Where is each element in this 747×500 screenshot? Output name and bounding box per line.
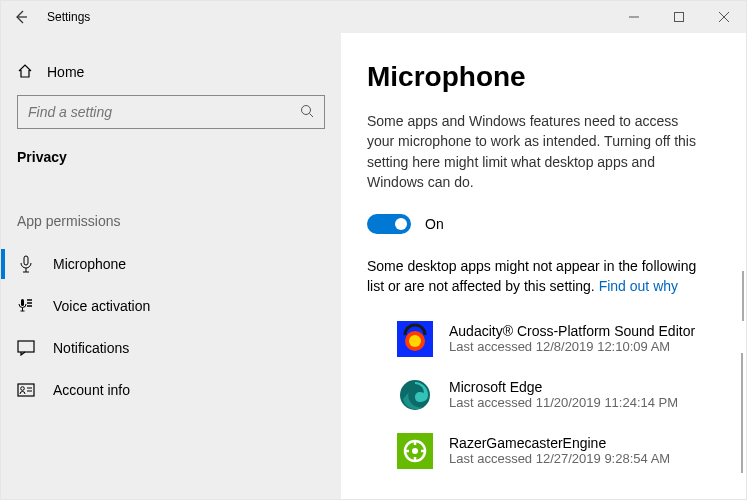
search-icon [300,104,314,121]
maximize-button[interactable] [656,1,701,33]
find-out-why-link[interactable]: Find out why [599,278,678,294]
titlebar: Settings [1,1,746,33]
account-info-icon [17,383,35,397]
app-last-accessed: Last accessed 12/8/2019 12:10:09 AM [449,339,695,354]
app-icon-audacity [397,321,433,357]
home-icon [17,63,33,82]
page-heading: Microphone [367,61,714,93]
svg-rect-9 [18,384,34,396]
svg-line-5 [310,113,314,117]
svg-point-19 [412,448,418,454]
app-icon-razer [397,433,433,469]
app-icon-edge [397,377,433,413]
toggle-knob [395,218,407,230]
home-nav[interactable]: Home [1,53,341,91]
scrollbar-indicator[interactable] [742,271,744,321]
svg-rect-7 [21,299,24,306]
app-row-audacity: Audacity® Cross-Platform Sound Editor La… [367,311,714,367]
desktop-apps-note: Some desktop apps might not appear in th… [367,256,714,297]
home-label: Home [47,64,84,80]
svg-rect-6 [24,256,28,265]
app-name: RazerGamecasterEngine [449,435,670,451]
back-button[interactable] [1,1,41,33]
back-arrow-icon [13,9,29,25]
app-last-accessed: Last accessed 12/27/2019 9:28:54 AM [449,451,670,466]
maximize-icon [674,12,684,22]
svg-point-15 [409,335,421,347]
microphone-toggle[interactable] [367,214,411,234]
scrollbar-indicator-main[interactable] [741,353,743,473]
main-content: Microphone Some apps and Windows feature… [341,33,746,499]
app-row-razer: RazerGamecasterEngine Last accessed 12/2… [367,423,714,479]
category-label: Privacy [1,133,341,169]
section-label: App permissions [1,169,341,243]
sidebar-item-label: Account info [53,382,130,398]
minimize-button[interactable] [611,1,656,33]
window-controls [611,1,746,33]
svg-rect-8 [18,341,34,352]
minimize-icon [629,12,639,22]
page-description: Some apps and Windows features need to a… [367,111,707,192]
search-box[interactable] [17,95,325,129]
sidebar-item-account-info[interactable]: Account info [1,369,341,411]
sidebar-item-notifications[interactable]: Notifications [1,327,341,369]
voice-activation-icon [17,297,35,315]
sidebar: Home Privacy App permissions Microphone … [1,33,341,499]
app-name: Microsoft Edge [449,379,678,395]
app-last-accessed: Last accessed 11/20/2019 11:24:14 PM [449,395,678,410]
sidebar-item-microphone[interactable]: Microphone [1,243,341,285]
svg-rect-1 [674,13,683,22]
search-input[interactable] [28,104,300,120]
microphone-icon [17,255,35,273]
window-title: Settings [47,10,90,24]
close-icon [719,12,729,22]
sidebar-item-voice-activation[interactable]: Voice activation [1,285,341,327]
sidebar-item-label: Notifications [53,340,129,356]
close-button[interactable] [701,1,746,33]
svg-point-10 [21,387,25,391]
app-row-edge: Microsoft Edge Last accessed 11/20/2019 … [367,367,714,423]
svg-point-4 [302,105,311,114]
app-name: Audacity® Cross-Platform Sound Editor [449,323,695,339]
sidebar-item-label: Voice activation [53,298,150,314]
sidebar-item-label: Microphone [53,256,126,272]
notifications-icon [17,340,35,356]
toggle-state-label: On [425,216,444,232]
